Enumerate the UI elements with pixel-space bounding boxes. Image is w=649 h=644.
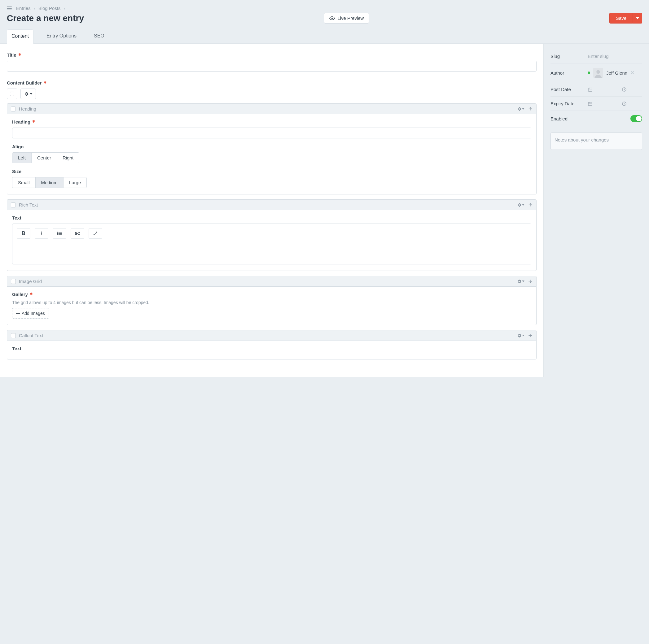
required-asterisk: ✱ [18,53,21,57]
italic-icon: I [41,231,42,236]
block-imagegrid: Image Grid Gallery ✱ The grid allows up … [7,276,536,325]
align-right-option[interactable]: Right [57,153,79,163]
author-status-dot [588,72,590,74]
required-asterisk: ✱ [30,292,33,296]
save-button[interactable]: Save [609,13,633,24]
gear-icon [24,92,29,96]
postdate-time-picker[interactable] [622,87,627,92]
align-label: Align [12,144,24,149]
author-avatar[interactable] [593,68,603,78]
author-label: Author [551,70,588,76]
chevron-down-icon [522,280,524,282]
title-input[interactable] [7,61,536,72]
richtext-toolbar: B I [17,228,527,239]
rte-fullscreen-button[interactable] [89,228,102,239]
eye-icon [329,16,335,20]
breadcrumb-blogposts[interactable]: Blog Posts [38,6,61,11]
expiry-date-picker[interactable] [588,101,593,106]
content-builder-label: Content Builder [7,80,42,86]
builder-select-all-checkbox[interactable] [7,89,17,99]
rte-italic-button[interactable]: I [35,228,48,239]
clock-icon [622,87,627,92]
size-medium-option[interactable]: Medium [36,177,63,188]
block-imagegrid-settings[interactable] [517,279,524,284]
calendar-icon [588,101,593,106]
expand-icon [93,231,97,236]
svg-point-1 [57,232,58,233]
align-left-option[interactable]: Left [12,153,32,163]
richtext-field-label: Text [12,215,21,221]
block-richtext: Rich Text Text B I [7,199,536,271]
richtext-editor[interactable]: B I [12,224,531,264]
align-center-option[interactable]: Center [32,153,57,163]
move-icon [528,203,532,207]
rte-bold-button[interactable]: B [17,228,30,239]
tab-seo[interactable]: SEO [90,30,109,44]
block-richtext-title: Rich Text [19,202,38,208]
size-small-option[interactable]: Small [12,177,36,188]
postdate-label: Post Date [551,87,588,92]
gear-icon [517,333,521,338]
enabled-label: Enabled [551,116,588,121]
svg-rect-8 [588,88,592,91]
svg-point-3 [57,233,58,234]
notes-textarea[interactable]: Notes about your changes [551,133,642,150]
heading-input[interactable] [12,128,531,138]
tab-content[interactable]: Content [7,30,34,44]
expiry-label: Expiry Date [551,101,588,106]
block-heading-checkbox[interactable] [11,106,16,111]
svg-point-0 [332,17,333,19]
live-preview-button[interactable]: Live Preview [324,13,369,24]
breadcrumb-entries[interactable]: Entries [16,6,31,11]
block-imagegrid-checkbox[interactable] [11,279,16,284]
field-title: Title ✱ [7,52,536,72]
block-callout-settings[interactable] [517,333,524,338]
list-icon [57,232,62,235]
add-images-button[interactable]: Add Images [12,308,49,319]
rte-list-button[interactable] [53,228,66,239]
user-icon [594,69,603,78]
breadcrumb: Entries › Blog Posts › [7,6,642,11]
postdate-date-picker[interactable] [588,87,593,92]
breadcrumb-separator: › [63,6,65,11]
save-dropdown-button[interactable] [633,13,642,24]
block-richtext-drag-handle[interactable] [528,203,532,207]
slug-label: Slug [551,54,588,59]
gallery-label: Gallery [12,292,28,297]
chevron-down-icon [522,335,524,336]
chevron-down-icon [30,93,33,95]
block-heading-settings[interactable] [517,107,524,111]
block-callout-drag-handle[interactable] [528,333,532,338]
enabled-toggle[interactable] [631,115,642,122]
slug-input[interactable] [588,54,642,59]
svg-point-5 [57,234,58,235]
block-callout-checkbox[interactable] [11,333,16,338]
move-icon [528,279,532,284]
title-label: Title [7,52,16,58]
builder-settings-button[interactable] [20,89,36,99]
align-segmented: Left Center Right [12,152,79,163]
tab-entry-options[interactable]: Entry Options [42,30,81,44]
gear-icon [517,107,521,111]
block-heading-title: Heading [19,106,36,111]
author-name[interactable]: Jeff Glenn [606,70,627,76]
expiry-time-picker[interactable] [622,101,627,106]
menu-icon[interactable] [7,6,12,10]
move-icon [528,107,532,111]
block-richtext-settings[interactable] [517,203,524,207]
block-richtext-checkbox[interactable] [11,202,16,208]
richtext-content-area[interactable] [17,247,527,260]
block-heading: Heading Heading ✱ [7,103,536,194]
rte-link-button[interactable] [71,228,84,239]
size-label: Size [12,169,21,174]
field-content-builder: Content Builder ✱ [7,80,536,99]
gear-icon [517,203,521,207]
block-heading-drag-handle[interactable] [528,107,532,111]
block-imagegrid-drag-handle[interactable] [528,279,532,284]
gallery-help-text: The grid allows up to 4 images but can b… [12,300,531,305]
author-remove-button[interactable]: ✕ [631,70,635,76]
size-large-option[interactable]: Large [63,177,86,188]
heading-field-label: Heading [12,119,30,125]
chevron-down-icon [522,108,524,109]
block-callout-title: Callout Text [19,333,43,338]
